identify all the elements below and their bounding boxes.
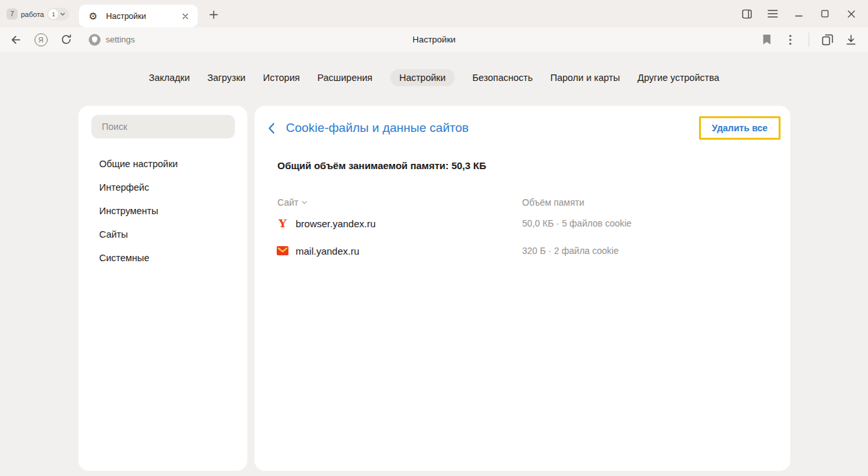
- titlebar-controls: [734, 0, 864, 27]
- address-bar-left: Я settings: [3, 27, 135, 52]
- protect-badge-icon[interactable]: [89, 34, 101, 46]
- nav-item-history[interactable]: История: [263, 69, 300, 86]
- tab-group[interactable]: 7 работа 1: [7, 8, 69, 20]
- column-site-label[interactable]: Сайт: [277, 197, 298, 208]
- nav-item-security[interactable]: Безопасность: [473, 69, 533, 86]
- tab-group-count-badge: 7: [7, 8, 18, 20]
- table-row[interactable]: mail.yandex.ru 320 Б · 2 файла cookie: [255, 239, 790, 262]
- delete-all-button[interactable]: Удалить все: [699, 116, 781, 140]
- new-tab-button[interactable]: [208, 8, 219, 20]
- page-title: Cookie-файлы и данные сайтов: [286, 121, 469, 135]
- address-bar[interactable]: Я settings Настройки: [0, 27, 868, 52]
- maximize-button[interactable]: [812, 0, 838, 27]
- toolbar-divider: [809, 33, 809, 47]
- back-icon[interactable]: [3, 27, 28, 52]
- yandex-logo-letter: Я: [39, 36, 44, 44]
- sidebar-search[interactable]: [91, 115, 235, 138]
- cookies-header: Cookie-файлы и данные сайтов Удалить все: [255, 106, 790, 140]
- reload-icon[interactable]: [54, 27, 79, 52]
- nav-item-downloads[interactable]: Загрузки: [208, 69, 245, 86]
- back-chevron-icon[interactable]: [263, 119, 280, 136]
- omnibox[interactable]: settings: [89, 34, 135, 46]
- table-header: Сайт Объём памяти: [255, 197, 790, 208]
- settings-sidebar: Общие настройки Интерфейс Инструменты Са…: [78, 106, 247, 471]
- settings-nav: Закладки Загрузки История Расширения Нас…: [0, 69, 868, 86]
- yandex-mail-favicon: [277, 246, 288, 255]
- nav-item-settings[interactable]: Настройки: [390, 69, 455, 86]
- search-input[interactable]: [102, 121, 227, 132]
- site-name: mail.yandex.ru: [296, 246, 360, 257]
- site-size: 320 Б · 2 файла cookie: [522, 246, 619, 256]
- menu-icon[interactable]: [760, 0, 786, 27]
- nav-item-extensions[interactable]: Расширения: [317, 69, 372, 86]
- tab-close-icon[interactable]: [179, 10, 192, 23]
- sidebar-item-general[interactable]: Общие настройки: [78, 152, 247, 176]
- nav-item-passwords[interactable]: Пароли и карты: [550, 69, 620, 86]
- tab-settings[interactable]: ⚙ Настройки: [79, 5, 198, 27]
- site-size: 50,0 КБ · 5 файлов cookie: [522, 218, 632, 229]
- yandex-browser-favicon: Y: [277, 218, 288, 229]
- sidebar-item-sites[interactable]: Сайты: [78, 223, 247, 246]
- sidebar-item-interface[interactable]: Интерфейс: [78, 176, 247, 199]
- yandex-browser-icon[interactable]: Я: [28, 27, 54, 52]
- minimize-button[interactable]: [786, 0, 812, 27]
- more-options-icon[interactable]: [779, 27, 802, 52]
- table-row[interactable]: Y browser.yandex.ru 50,0 КБ · 5 файлов c…: [255, 212, 790, 235]
- side-panel-icon[interactable]: [734, 0, 760, 27]
- tabs-panel-icon[interactable]: [816, 27, 839, 52]
- chevron-down-icon: [60, 12, 65, 16]
- url-text: settings: [106, 35, 135, 44]
- nav-item-bookmarks[interactable]: Закладки: [149, 69, 190, 86]
- sidebar-menu: Общие настройки Интерфейс Инструменты Са…: [78, 152, 247, 270]
- cookies-panel: Cookie-файлы и данные сайтов Удалить все…: [255, 106, 790, 471]
- storage-summary: Общий объём занимаемой памяти: 50,3 КБ: [277, 160, 790, 171]
- tab-title: Настройки: [106, 12, 179, 21]
- sidebar-item-system[interactable]: Системные: [78, 246, 247, 270]
- gear-icon: ⚙: [89, 11, 97, 21]
- bookmark-icon[interactable]: [755, 27, 779, 52]
- sort-chevron-icon[interactable]: [302, 200, 307, 204]
- download-icon[interactable]: [839, 27, 863, 52]
- site-name: browser.yandex.ru: [296, 218, 376, 229]
- sidebar-item-tools[interactable]: Инструменты: [78, 199, 247, 223]
- tab-group-collapsed-count: 1: [48, 9, 58, 19]
- nav-item-other-devices[interactable]: Другие устройства: [638, 69, 719, 86]
- tab-group-collapse-pill[interactable]: 1: [47, 8, 69, 20]
- address-bar-right: [755, 27, 863, 52]
- close-button[interactable]: [838, 0, 864, 27]
- browser-titlebar: 7 работа 1 ⚙ Настройки: [0, 0, 868, 27]
- tab-group-label: работа: [21, 10, 44, 18]
- column-size-label: Объём памяти: [522, 197, 584, 208]
